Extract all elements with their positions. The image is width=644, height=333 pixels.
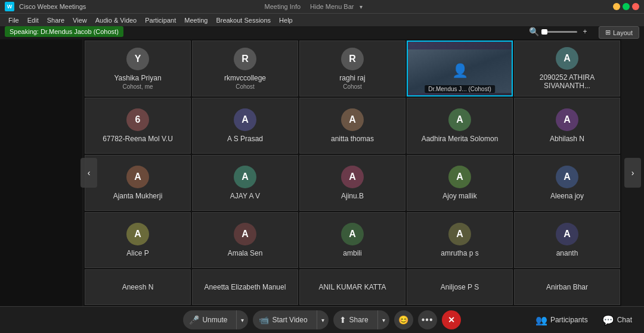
title-bar: W Cisco Webex Meetings Meeting Info Hide… — [0, 0, 644, 13]
tile-name: 67782-Reena Mol V.U — [100, 135, 175, 143]
start-video-main[interactable]: 📹 Start Video — [253, 310, 313, 329]
chat-icon: 💬 — [602, 315, 614, 326]
close-button[interactable] — [632, 3, 639, 10]
zoom-in-button[interactable]: + — [580, 26, 590, 37]
tile-abhilash[interactable]: A Abhilash N — [514, 98, 620, 154]
tile-name: 2090252 ATHIRA SIVANANTH... — [515, 73, 620, 90]
avatar-rkmvc: R — [234, 48, 256, 70]
tile-asprasad[interactable]: A A S Prasad — [192, 98, 298, 154]
zoom-out-button[interactable]: 🔍 — [528, 26, 539, 37]
layout-label: Layout — [613, 29, 633, 36]
active-speaker-badge: Dr.Mendus J... (Cohost) — [425, 85, 495, 93]
share-main[interactable]: ⬆ Share — [333, 310, 374, 329]
tile-aleena[interactable]: A Aleena joy — [514, 155, 620, 211]
tile-amrutha[interactable]: A amrutha p s — [407, 212, 513, 268]
tile-yashika[interactable]: Y Yashika Priyan Cohost, me — [85, 41, 191, 97]
avatar-ajinu: A — [341, 166, 364, 188]
tile-reena[interactable]: 6 67782-Reena Mol V.U — [85, 98, 191, 154]
tile-amala[interactable]: A Amala Sen — [192, 212, 298, 268]
tile-anirban[interactable]: Anirban Bhar — [514, 269, 620, 305]
tile-name: raghi raj — [337, 74, 367, 82]
participants-button[interactable]: 👥 Participants — [531, 312, 593, 329]
avatar-amala: A — [234, 223, 256, 245]
menu-meeting[interactable]: Meeting — [181, 15, 211, 25]
zoom-slider[interactable] — [541, 31, 577, 33]
chat-label: Chat — [617, 316, 632, 324]
tile-ambili[interactable]: A ambili — [299, 212, 405, 268]
meeting-info-link[interactable]: Meeting Info — [265, 3, 301, 10]
participants-label: Participants — [550, 316, 588, 324]
avatar-yashika: Y — [126, 48, 149, 70]
avatar-ajanta: A — [126, 166, 149, 188]
tile-name: anitta thomas — [329, 135, 376, 143]
sidebar-thumbnails — [0, 39, 82, 306]
tile-aadhira[interactable]: A Aadhira Merita Solomon — [407, 98, 513, 154]
share-button[interactable]: ⬆ Share ▾ — [333, 310, 389, 329]
more-icon: ••• — [422, 315, 434, 325]
tile-name: Aneetta Elizabeth Manuel — [202, 283, 289, 291]
zoom-controls: 🔍 + — [528, 26, 590, 37]
tile-alice[interactable]: A Alice P — [85, 212, 191, 268]
reactions-button[interactable]: 😊 — [394, 310, 413, 329]
tile-name: AJAY A V — [228, 192, 262, 200]
tile-ajayav[interactable]: A AJAY A V — [192, 155, 298, 211]
layout-icon: ⊞ — [605, 29, 611, 36]
tile-aneetta[interactable]: Aneetta Elizabeth Manuel — [192, 269, 298, 305]
unmute-button[interactable]: 🎤 Unmute ▾ — [183, 310, 248, 329]
tile-ajoymallik[interactable]: A Ajoy mallik — [407, 155, 513, 211]
menu-share[interactable]: Share — [44, 15, 68, 25]
tile-raghi[interactable]: R raghi raj Cohost — [299, 41, 405, 97]
menu-participant[interactable]: Participant — [141, 15, 179, 25]
tile-rkmvc[interactable]: R rkmvccollege Cohost — [192, 41, 298, 97]
tile-name: Ajoy mallik — [440, 192, 479, 200]
hide-menu-bar-link[interactable]: Hide Menu Bar — [310, 3, 354, 10]
avatar-raghi: R — [341, 48, 364, 70]
tile-ananth[interactable]: A ananth — [514, 212, 620, 268]
more-options-button[interactable]: ••• — [418, 310, 437, 329]
tile-dr-mendus[interactable]: 👤 Dr.Mendus J... (Cohost) — [407, 41, 513, 97]
menu-file[interactable]: File — [5, 15, 23, 25]
nav-prev-button[interactable]: ‹ — [80, 158, 97, 188]
app-logo: W — [5, 2, 14, 11]
menu-view[interactable]: View — [69, 15, 91, 25]
avatar-ajayav: A — [234, 166, 256, 188]
minimize-button[interactable] — [613, 3, 620, 10]
menu-audio-video[interactable]: Audio & Video — [92, 15, 141, 25]
window-controls[interactable] — [613, 3, 639, 10]
tile-name: Aleena joy — [548, 192, 586, 200]
chat-button[interactable]: 💬 Chat — [597, 312, 637, 329]
tile-name: Aneesh N — [120, 283, 156, 291]
avatar-anitta: A — [341, 108, 364, 131]
tile-name: ananth — [554, 249, 581, 257]
start-video-label: Start Video — [272, 316, 307, 324]
tile-name: amrutha p s — [438, 249, 481, 257]
menu-help[interactable]: Help — [275, 15, 296, 25]
avatar-asprasad: A — [234, 108, 256, 131]
video-chevron[interactable]: ▾ — [317, 310, 329, 329]
tile-anil[interactable]: ANIL KUMAR KATTA — [299, 269, 405, 305]
tile-name: Aadhira Merita Solomon — [419, 135, 501, 143]
tile-ajinu[interactable]: A Ajinu.B — [299, 155, 405, 211]
nav-next-button[interactable]: › — [624, 158, 641, 188]
menu-edit[interactable]: Edit — [24, 15, 42, 25]
start-video-button[interactable]: 📹 Start Video ▾ — [253, 310, 328, 329]
chevron-icon: ▾ — [360, 4, 363, 10]
tile-name: Alice P — [124, 249, 151, 257]
avatar-aleena: A — [556, 166, 578, 188]
tile-aneesh[interactable]: Aneesh N — [85, 269, 191, 305]
avatar-alice: A — [126, 223, 149, 245]
end-icon: ✕ — [448, 315, 455, 325]
layout-button[interactable]: ⊞ Layout — [599, 26, 639, 39]
tile-ajanta[interactable]: A Ajanta Mukherji — [85, 155, 191, 211]
unmute-chevron[interactable]: ▾ — [236, 310, 248, 329]
end-meeting-button[interactable]: ✕ — [442, 310, 461, 329]
menu-breakout-sessions[interactable]: Breakout Sessions — [212, 15, 274, 25]
tile-name: Aniljose P S — [438, 283, 481, 291]
maximize-button[interactable] — [623, 3, 630, 10]
share-chevron[interactable]: ▾ — [377, 310, 389, 329]
tile-athira[interactable]: A 2090252 ATHIRA SIVANANTH... — [514, 41, 620, 97]
app-title: Cisco Webex Meetings — [19, 3, 260, 10]
unmute-main[interactable]: 🎤 Unmute — [183, 310, 233, 329]
tile-anitta[interactable]: A anitta thomas — [299, 98, 405, 154]
tile-aniljose[interactable]: Aniljose P S — [407, 269, 513, 305]
